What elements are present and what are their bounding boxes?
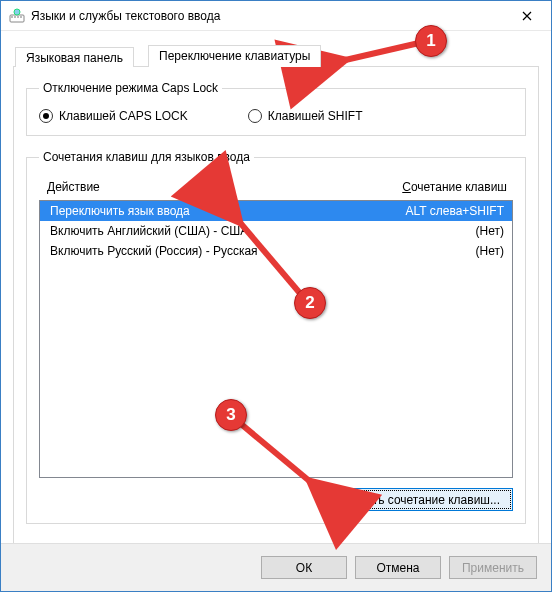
tab-label: Переключение клавиатуры xyxy=(159,49,310,63)
window-title: Языки и службы текстового ввода xyxy=(31,9,504,23)
app-icon xyxy=(9,8,25,24)
annotation-badge-1: 1 xyxy=(415,25,447,57)
hotkeys-group: Сочетания клавиш для языков ввода Действ… xyxy=(26,150,526,524)
capslock-legend: Отключение режима Caps Lock xyxy=(39,81,222,95)
svg-rect-3 xyxy=(17,16,19,18)
svg-rect-2 xyxy=(14,16,16,18)
tab-language-panel[interactable]: Языковая панель xyxy=(15,47,134,67)
change-hotkey-button[interactable]: Сменить сочетание клавиш... xyxy=(323,488,513,511)
annotation-badge-3: 3 xyxy=(215,399,247,431)
radio-label: Клавишей SHIFT xyxy=(268,109,363,123)
list-item[interactable]: Включить Русский (Россия) - Русская(Нет) xyxy=(40,241,512,261)
list-header: Действие Сочетание клавиш xyxy=(39,174,513,200)
hotkeys-legend: Сочетания клавиш для языков ввода xyxy=(39,150,254,164)
list-item-keys: ALT слева+SHIFT xyxy=(406,204,505,218)
close-button[interactable] xyxy=(504,2,549,30)
svg-rect-1 xyxy=(11,16,13,18)
dialog-buttons: ОК Отмена Применить xyxy=(1,543,551,591)
cancel-button[interactable]: Отмена xyxy=(355,556,441,579)
list-item-keys: (Нет) xyxy=(476,244,504,258)
apply-button[interactable]: Применить xyxy=(449,556,537,579)
radio-icon xyxy=(39,109,53,123)
close-icon xyxy=(522,11,532,21)
title-bar: Языки и службы текстового ввода xyxy=(1,1,551,31)
radio-icon xyxy=(248,109,262,123)
list-item-action: Переключить язык ввода xyxy=(50,204,406,218)
list-item-keys: (Нет) xyxy=(476,224,504,238)
capslock-group: Отключение режима Caps Lock Клавишей CAP… xyxy=(26,81,526,136)
tab-label: Языковая панель xyxy=(26,51,123,65)
svg-point-5 xyxy=(14,9,20,15)
col-keys-header: Сочетание клавиш xyxy=(402,180,507,194)
list-item-action: Включить Английский (США) - США xyxy=(50,224,476,238)
annotation-badge-2: 2 xyxy=(294,287,326,319)
ok-button[interactable]: ОК xyxy=(261,556,347,579)
tab-keyboard-switch[interactable]: Переключение клавиатуры xyxy=(148,45,321,67)
radio-label: Клавишей CAPS LOCK xyxy=(59,109,188,123)
list-item-action: Включить Русский (Россия) - Русская xyxy=(50,244,476,258)
list-item[interactable]: Включить Английский (США) - США(Нет) xyxy=(40,221,512,241)
svg-rect-4 xyxy=(20,16,22,18)
tab-strip: Языковая панель Переключение клавиатуры xyxy=(13,45,539,67)
radio-shift[interactable]: Клавишей SHIFT xyxy=(248,109,363,123)
col-action-header: Действие xyxy=(47,180,402,194)
tab-panel: Отключение режима Caps Lock Клавишей CAP… xyxy=(13,67,539,553)
hotkey-list[interactable]: Переключить язык вводаALT слева+SHIFTВкл… xyxy=(39,200,513,478)
radio-caps-lock[interactable]: Клавишей CAPS LOCK xyxy=(39,109,188,123)
list-item[interactable]: Переключить язык вводаALT слева+SHIFT xyxy=(40,201,512,221)
